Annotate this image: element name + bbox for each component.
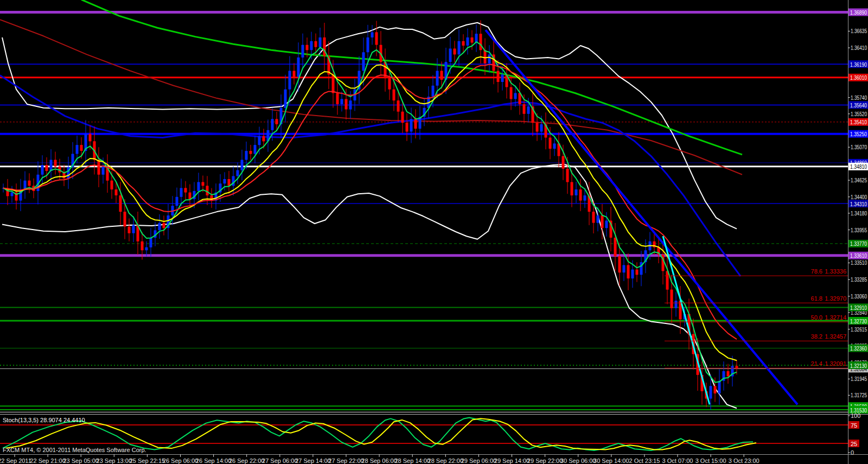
candle-body [475, 34, 478, 42]
candle-body [406, 123, 409, 131]
candle-body [50, 160, 53, 171]
yellow-ma [3, 57, 737, 361]
fib-percent-label: 21.4 [811, 360, 822, 367]
candle-body [467, 37, 469, 46]
price-tick-label: 1.34400 [851, 194, 867, 200]
time-tick-label: 29 Sep 06:00 [461, 457, 496, 464]
candle-body [276, 119, 278, 124]
candle-body [484, 50, 487, 63]
candle-body [132, 225, 135, 233]
price-tick-label: 1.33955 [851, 227, 867, 233]
candle-body [727, 371, 730, 377]
candle-body [28, 181, 31, 186]
fib-percent-label: 78.6 [811, 268, 822, 275]
candle-body [584, 195, 586, 201]
candle-body [514, 93, 517, 99]
candle-body [176, 197, 178, 206]
candle-body [375, 32, 378, 45]
candle-body [401, 112, 404, 123]
time-tick-label: 25 Sep 22:15 [130, 457, 165, 464]
time-tick-label: 26 Sep 06:00 [163, 457, 198, 464]
candle-body [41, 165, 44, 175]
chart-canvas[interactable]: 78.61.3333661.81.3297050.01.3271438.21.3… [0, 0, 868, 464]
candle-body [579, 189, 582, 201]
candle-body [284, 90, 287, 108]
candle-body [458, 41, 461, 55]
candle-body [349, 100, 352, 109]
stochastic-pane[interactable] [0, 417, 848, 450]
candle-body [184, 188, 187, 192]
candle-body [180, 188, 183, 196]
candle-body [80, 145, 83, 151]
price-line-label: 1.34310 [850, 201, 867, 207]
candle-body [488, 54, 491, 63]
candle-body [388, 78, 391, 90]
candle-body [718, 381, 721, 393]
fib-percent-label: 50.0 [811, 314, 822, 321]
price-tick-label: 1.34625 [851, 177, 867, 183]
candle-body [618, 256, 621, 272]
fib-price-label: 1.32091 [825, 360, 846, 367]
candle-body [89, 134, 92, 142]
price-line-label: 1.36010 [850, 74, 867, 81]
candle-body [128, 227, 131, 233]
candle-body [206, 186, 209, 195]
candle-body [523, 104, 526, 114]
candle-body [293, 71, 296, 77]
price-tick-label: 1.31725 [851, 392, 867, 398]
candle-body [527, 106, 530, 114]
time-tick-label: 29 Sep 14:00 [494, 457, 529, 464]
candle-body [441, 71, 443, 80]
candle-body [540, 124, 543, 132]
candle-body [601, 215, 604, 228]
main-chart-area[interactable]: 78.61.3333661.81.3297050.01.3271438.21.3… [0, 0, 848, 410]
candle-body [671, 290, 673, 308]
candle-body [306, 45, 309, 50]
time-tick-label: 29 Sep 22:00 [527, 457, 563, 464]
candle-body [54, 160, 57, 167]
candle-body [710, 386, 712, 398]
candle-body [263, 136, 265, 142]
candle-body [501, 74, 504, 82]
candle-body [471, 37, 474, 43]
candle-body [102, 167, 105, 175]
candle-body [432, 86, 435, 97]
candle-body [115, 189, 118, 195]
candle-body [462, 41, 465, 46]
candle-body [575, 189, 578, 195]
candle-body [332, 74, 335, 93]
price-line-label: 1.35250 [850, 131, 867, 137]
candle-body [141, 241, 144, 250]
time-tick-label: 3 Oct 07:00 [662, 457, 693, 464]
time-tick-label: 27 Sep 06:00 [262, 457, 297, 464]
candle-body [202, 182, 205, 186]
candle-body [11, 193, 14, 196]
red-ma [3, 65, 737, 340]
indicator-label: Stoch(13,3,5) 28.9074 24.4410 [3, 417, 85, 423]
candle-body [145, 247, 148, 251]
time-tick-label: 3 Oct 15:00 [695, 457, 726, 464]
price-scale[interactable]: 1.366351.364101.357401.355201.350701.346… [848, 9, 868, 456]
candle-body [297, 58, 300, 77]
time-tick-label: 27 Sep 14:00 [295, 457, 330, 464]
price-tick-label: 1.36410 [851, 45, 867, 51]
time-tick-label: 28 Sep 06:00 [361, 457, 397, 464]
fib-price-label: 1.32970 [825, 295, 846, 302]
price-line-label: 1.33610 [850, 252, 867, 259]
candle-body [553, 143, 556, 149]
time-tick-label: 30 Sep 14:00 [593, 457, 629, 464]
fib-percent-label: 38.2 [811, 333, 822, 340]
candle-body [336, 93, 339, 105]
candle-body [566, 169, 569, 182]
candle-body [362, 52, 365, 71]
time-scale[interactable]: 22 Sep 201122 Sep 21:0023 Sep 05:0023 Se… [0, 454, 760, 464]
candle-body [631, 270, 634, 278]
price-tick-label: 1.34180 [851, 210, 867, 217]
candle-body [250, 151, 252, 154]
time-tick-label: 30 Sep 06:00 [560, 457, 596, 464]
candle-body [592, 212, 595, 223]
candle-body [319, 37, 322, 47]
price-tick-label: 1.35520 [851, 111, 867, 117]
candle-body [397, 100, 400, 112]
price-tick-label: 1.33060 [851, 293, 867, 300]
